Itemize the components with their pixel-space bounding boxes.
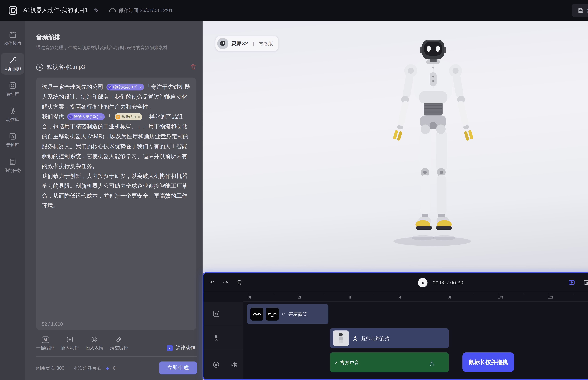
consume-label: 本次消耗灵石: [73, 365, 102, 371]
ruler-tick: 6f: [399, 292, 449, 301]
panel-subtitle: 通过音频处理，生成音频素材以及融合动作和表情的音频编排素材: [36, 45, 196, 51]
model-name: 灵犀X2: [231, 40, 248, 47]
cloud-save-icon: [109, 8, 116, 13]
sidebar-item-motion-library[interactable]: 动作库: [1, 104, 24, 125]
char-count: 52 / 1,000: [42, 321, 190, 326]
track-header-column: [204, 302, 243, 379]
expression-clip[interactable]: 害羞微笑: [247, 304, 329, 324]
remove-tag-icon[interactable]: ×: [139, 82, 142, 92]
preview-window-icon[interactable]: [584, 280, 588, 285]
topbar: A1机器人动作-我的项目1 保存时间 26/01/03 12:01 合成并保存 …: [0, 0, 588, 21]
topbar-actions: 合成并保存 下发到设备: [572, 4, 588, 17]
inline-tag-yellow[interactable]: 弯腰(5s)×: [114, 113, 142, 120]
speaker-icon[interactable]: [231, 361, 238, 368]
insert-expression-button[interactable]: 插入表情: [85, 336, 104, 351]
expression-thumb-1: [250, 308, 263, 321]
save-icon: [578, 8, 584, 13]
model-edition: 青春版: [259, 40, 273, 47]
motion-thumb: [333, 330, 349, 346]
ruler-tick: 2f: [299, 292, 349, 301]
expression-clip-label: 害羞微笑: [288, 311, 307, 317]
audio-clip[interactable]: 官方声音: [330, 352, 449, 372]
model-avatar: [217, 38, 228, 49]
ruler-tick: 4f: [349, 292, 399, 301]
fit-timeline-icon[interactable]: [569, 280, 575, 285]
sidebar: 动作模仿 音频编排 表情库 动作库 音频库 我的任务: [0, 21, 25, 380]
remove-tag-icon[interactable]: ×: [100, 112, 103, 122]
timeline-panel: 00:00 / 00:30 0f2f4f6f8f10f12f14f16f: [203, 272, 588, 380]
person-icon: [8, 107, 17, 115]
laugh-emoji-icon: [68, 114, 73, 119]
smiley-box-icon: [8, 81, 17, 90]
insert-motion-icon: [66, 336, 73, 343]
script-text[interactable]: 这是一家全球领先的公司 哈哈大笑(10s)×「专注于先进机器人系统的设计、制造和…: [42, 82, 190, 319]
edit-title-icon[interactable]: [94, 7, 99, 14]
timeline-body: 害羞微笑 超帅走路姿势 官方声音 鼠标长按并拖拽: [204, 302, 588, 379]
editor-tools: AI 一键编排 插入动作 插入表情 清空编排 韵律动作: [36, 336, 195, 351]
magic-wand-icon: [8, 56, 17, 64]
music-note-icon: [335, 360, 337, 364]
panel-title: 音频编排: [36, 34, 196, 41]
save-time: 保存时间 26/01/03 12:01: [109, 7, 173, 14]
script-editor[interactable]: 这是一家全球领先的公司 哈哈大笑(10s)×「专注于先进机器人系统的设计、制造和…: [36, 77, 196, 330]
expression-thumb-2: [266, 308, 279, 321]
model-badge: 灵犀X2 ｜ 青春版: [215, 36, 278, 51]
clear-arrange-button[interactable]: 清空编排: [110, 336, 128, 351]
gem-icon: [106, 365, 109, 370]
audio-file-row[interactable]: 默认名称1.mp3: [36, 61, 196, 73]
sidebar-item-audio-arrange[interactable]: 音频编排: [1, 53, 24, 75]
delete-clip-icon[interactable]: [237, 279, 242, 285]
runner-icon: [353, 335, 357, 341]
ruler-tick: 10f: [499, 292, 549, 301]
one-click-arrange-button[interactable]: AI 一键编排: [36, 336, 54, 351]
timeline-toolbar: 00:00 / 00:30: [204, 273, 588, 292]
ruler-tick: 8f: [449, 292, 499, 301]
smile-icon: [281, 312, 286, 316]
ai-icon: AI: [42, 336, 49, 343]
app-window: A1机器人动作-我的项目1 保存时间 26/01/03 12:01 合成并保存 …: [0, 0, 588, 380]
eraser-icon: [116, 336, 122, 343]
robot-model[interactable]: [381, 36, 485, 251]
hand-cursor-icon: [427, 359, 436, 369]
insert-motion-button[interactable]: 插入动作: [61, 336, 79, 351]
delete-audio-icon[interactable]: [190, 64, 196, 71]
panel-footer: 剩余灵石 300 | 本次消耗灵石 0 立即生成: [36, 356, 197, 380]
record-audio-icon[interactable]: [212, 361, 220, 368]
merge-save-button[interactable]: 合成并保存: [572, 4, 588, 17]
motion-clip-label: 超帅走路姿势: [361, 335, 390, 342]
checkbox-checked-icon: [167, 345, 173, 351]
timeline-play-button[interactable]: [418, 278, 428, 287]
remove-tag-icon[interactable]: ×: [138, 112, 140, 122]
audio-arrange-panel: 音频编排 通过音频处理，生成音频素材以及融合动作和表情的音频编排素材 默认名称1…: [25, 21, 203, 380]
timeline-ruler[interactable]: 0f2f4f6f8f10f12f14f16f: [243, 292, 588, 302]
time-display: 00:00 / 00:30: [433, 280, 463, 285]
undo-icon[interactable]: [209, 279, 214, 285]
sidebar-item-audio-library[interactable]: 音频库: [1, 129, 24, 151]
audio-file-name: 默认名称1.mp3: [47, 63, 85, 71]
timeline-tracks: 害羞微笑 超帅走路姿势 官方声音 鼠标长按并拖拽: [243, 302, 588, 379]
redo-icon[interactable]: [223, 279, 228, 285]
ruler-tick: 0f: [249, 292, 299, 301]
project-title: A1机器人动作-我的项目1: [23, 6, 88, 14]
app-logo-icon: [9, 6, 17, 15]
remaining-stones: 剩余灵石 300: [36, 365, 65, 371]
motion-track-icon[interactable]: [212, 334, 220, 342]
sidebar-item-expression-library[interactable]: 表情库: [1, 78, 24, 100]
expression-track-header: [204, 302, 242, 326]
expression-track-icon[interactable]: [212, 310, 220, 318]
inline-tag-purple[interactable]: 哈哈大笑(10s)×: [67, 113, 105, 120]
play-audio-icon[interactable]: [36, 64, 43, 71]
inline-tag-purple[interactable]: 哈哈大笑(10s)×: [106, 84, 144, 91]
rhythm-motion-checkbox[interactable]: 韵律动作: [167, 345, 195, 351]
music-box-icon: [8, 132, 17, 140]
audio-clip-label: 官方声音: [340, 359, 359, 366]
motion-track-header: [204, 326, 242, 350]
consume-value: 0: [113, 365, 116, 371]
sidebar-item-motion-imitation[interactable]: 动作模仿: [1, 28, 24, 49]
generate-now-button[interactable]: 立即生成: [159, 361, 197, 375]
bow-emoji-icon: [115, 114, 120, 119]
drag-hint-button[interactable]: 鼠标长按并拖拽: [462, 352, 514, 372]
motion-clip[interactable]: 超帅走路姿势: [330, 328, 449, 348]
audio-track-header: [204, 350, 242, 379]
sidebar-item-my-tasks[interactable]: 我的任务: [1, 155, 24, 176]
